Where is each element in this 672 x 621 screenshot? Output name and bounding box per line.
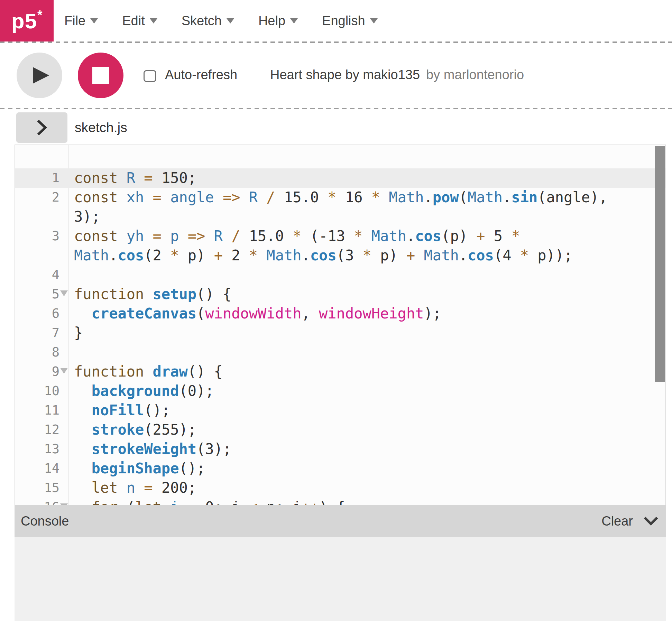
line-number: 9	[15, 362, 68, 381]
code-line-row[interactable]: 11 noFill();	[15, 401, 665, 420]
chevron-down-icon[interactable]	[643, 516, 659, 526]
code-text[interactable]: const xh = angle => R / 15.0 * 16 * Math…	[68, 188, 665, 207]
editor-scrollbar-thumb[interactable]	[655, 146, 665, 382]
code-text[interactable]: createCanvas(windowWidth, windowHeight);	[68, 304, 665, 323]
play-icon	[33, 67, 49, 84]
code-editor[interactable]: 1const R = 150;2const xh = angle => R / …	[15, 145, 666, 505]
toolbar-divider	[0, 108, 672, 109]
line-number: 14	[15, 459, 68, 478]
code-text[interactable]	[68, 265, 665, 285]
chevron-down-icon	[227, 18, 234, 24]
line-number: 13	[15, 439, 68, 459]
p5-logo-asterisk: *	[37, 8, 43, 22]
line-number: 1	[15, 168, 68, 188]
tab-sketch-js[interactable]: sketch.js	[75, 112, 127, 143]
code-line-row[interactable]: 7}	[15, 323, 665, 343]
code-text[interactable]: }	[68, 323, 665, 343]
line-number: 6	[15, 304, 68, 323]
line-number: 10	[15, 381, 68, 401]
code-text[interactable]: beginShape();	[68, 459, 665, 478]
code-text[interactable]: background(0);	[68, 381, 665, 401]
code-text[interactable]: const yh = p => R / 15.0 * (-13 * Math.c…	[68, 226, 665, 246]
code-text[interactable]: stroke(255);	[68, 420, 665, 439]
play-button[interactable]	[17, 53, 62, 98]
line-number	[15, 246, 68, 265]
code-line-row[interactable]: 15 let n = 200;	[15, 478, 665, 498]
code-line-row[interactable]: 3const yh = p => R / 15.0 * (-13 * Math.…	[15, 226, 665, 246]
chevron-right-icon	[36, 118, 48, 137]
code-line-row[interactable]: 8	[15, 343, 665, 362]
code-line-row[interactable]: 14 beginShape();	[15, 459, 665, 478]
code-text[interactable]: function setup() {	[68, 285, 665, 304]
code-line-row[interactable]: 12 stroke(255);	[15, 420, 665, 439]
code-text[interactable]: strokeWeight(3);	[68, 439, 665, 459]
code-line-row[interactable]: 10 background(0);	[15, 381, 665, 401]
menu-file[interactable]: File	[64, 13, 98, 28]
menu-label: Sketch	[182, 13, 222, 28]
line-number: 7	[15, 323, 68, 343]
menu-english[interactable]: English	[322, 13, 378, 28]
code-text[interactable]	[68, 343, 665, 362]
menu-label: English	[322, 13, 365, 28]
line-number: 11	[15, 401, 68, 420]
p5-logo-text: p5	[11, 9, 37, 33]
code-text[interactable]: 3);	[68, 207, 665, 226]
code-text[interactable]: Math.cos(2 * p) + 2 * Math.cos(3 * p) + …	[68, 246, 665, 265]
project-title-group: Heart shape by makio135 by marlontenorio	[270, 41, 524, 108]
menu-label: Help	[258, 13, 285, 28]
chevron-down-icon	[150, 18, 157, 24]
auto-refresh-label[interactable]: Auto-refresh	[165, 41, 237, 108]
fold-arrow-icon[interactable]	[60, 290, 68, 296]
code-line-row[interactable]: 4	[15, 265, 665, 285]
line-number: 8	[15, 343, 68, 362]
code-line-row[interactable]: 16 for (let i = 0; i < n; i++) {	[15, 498, 665, 505]
line-number: 16	[15, 498, 68, 505]
menu-bar: FileEditSketchHelpEnglish	[64, 0, 378, 41]
auto-refresh-checkbox[interactable]	[144, 70, 156, 82]
code-line-row[interactable]: Math.cos(2 * p) + 2 * Math.cos(3 * p) + …	[15, 246, 665, 265]
menu-edit[interactable]: Edit	[122, 13, 157, 28]
code-line-row[interactable]: 13 strokeWeight(3);	[15, 439, 665, 459]
console-output	[15, 537, 666, 621]
line-number: 4	[15, 265, 68, 285]
console-clear-button[interactable]: Clear	[601, 514, 633, 529]
header-bar: p5* FileEditSketchHelpEnglish	[0, 0, 672, 41]
code-text[interactable]: for (let i = 0; i < n; i++) {	[68, 498, 665, 505]
line-number	[15, 207, 68, 226]
code-rows: 1const R = 150;2const xh = angle => R / …	[15, 168, 665, 505]
p5-logo[interactable]: p5*	[0, 0, 54, 41]
fold-arrow-icon[interactable]	[60, 368, 68, 374]
console-actions: Clear	[601, 514, 659, 529]
line-number: 15	[15, 478, 68, 498]
project-owner-link[interactable]: by marlontenorio	[426, 67, 524, 82]
stop-button[interactable]	[78, 53, 123, 98]
console-bar[interactable]: Console Clear	[15, 505, 666, 537]
code-text[interactable]: const R = 150;	[68, 168, 665, 188]
chevron-down-icon	[90, 18, 98, 24]
chevron-down-icon	[370, 18, 378, 24]
line-number: 5	[15, 285, 68, 304]
menu-help[interactable]: Help	[258, 13, 298, 28]
code-line-row[interactable]: 2const xh = angle => R / 15.0 * 16 * Mat…	[15, 188, 665, 207]
console-label: Console	[21, 514, 69, 529]
menu-label: File	[64, 13, 85, 28]
code-text[interactable]: function draw() {	[68, 362, 665, 381]
menu-sketch[interactable]: Sketch	[182, 13, 234, 28]
code-line-row[interactable]: 6 createCanvas(windowWidth, windowHeight…	[15, 304, 665, 323]
code-line-row[interactable]: 1const R = 150;	[15, 168, 665, 188]
code-text[interactable]: noFill();	[68, 401, 665, 420]
project-title: Heart shape by makio135	[270, 67, 420, 82]
code-line-row[interactable]: 3);	[15, 207, 665, 226]
menu-label: Edit	[122, 13, 145, 28]
chevron-down-icon	[290, 18, 298, 24]
code-line-row[interactable]: 5function setup() {	[15, 285, 665, 304]
code-line-row[interactable]: 9function draw() {	[15, 362, 665, 381]
line-number: 12	[15, 420, 68, 439]
code-text[interactable]: let n = 200;	[68, 478, 665, 498]
sidebar-collapse-button[interactable]	[16, 112, 67, 143]
stop-icon	[92, 67, 109, 84]
line-number: 2	[15, 188, 68, 207]
line-number: 3	[15, 226, 68, 246]
